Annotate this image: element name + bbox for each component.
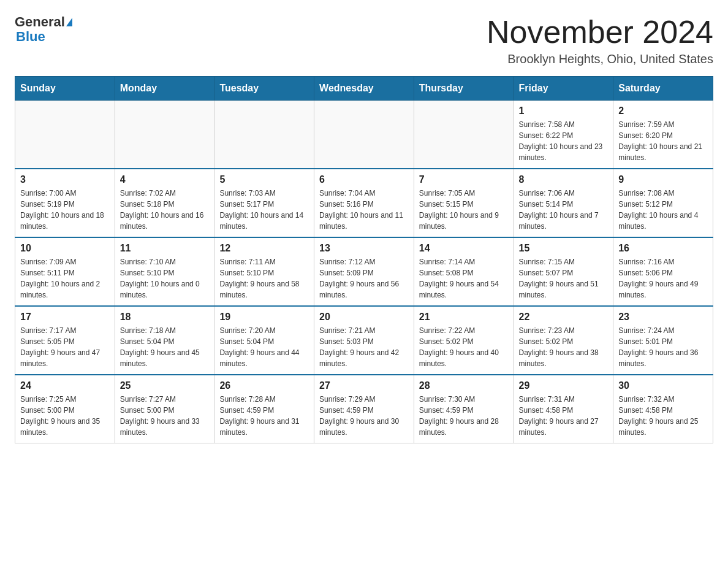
calendar-week-row: 17Sunrise: 7:17 AM Sunset: 5:05 PM Dayli… xyxy=(15,306,713,375)
day-info: Sunrise: 7:21 AM Sunset: 5:03 PM Dayligh… xyxy=(319,325,409,369)
day-info: Sunrise: 7:00 AM Sunset: 5:19 PM Dayligh… xyxy=(20,188,110,232)
calendar-cell: 1Sunrise: 7:58 AM Sunset: 6:22 PM Daylig… xyxy=(514,101,613,169)
day-info: Sunrise: 7:29 AM Sunset: 4:59 PM Dayligh… xyxy=(319,394,409,438)
day-info: Sunrise: 7:08 AM Sunset: 5:12 PM Dayligh… xyxy=(618,188,708,232)
day-number: 3 xyxy=(20,174,110,185)
calendar-cell: 9Sunrise: 7:08 AM Sunset: 5:12 PM Daylig… xyxy=(613,169,713,237)
day-info: Sunrise: 7:05 AM Sunset: 5:15 PM Dayligh… xyxy=(419,188,509,232)
calendar-cell: 24Sunrise: 7:25 AM Sunset: 5:00 PM Dayli… xyxy=(15,375,115,443)
calendar-cell: 19Sunrise: 7:20 AM Sunset: 5:04 PM Dayli… xyxy=(214,306,314,375)
calendar-cell: 20Sunrise: 7:21 AM Sunset: 5:03 PM Dayli… xyxy=(314,306,414,375)
day-number: 9 xyxy=(618,174,708,185)
day-number: 2 xyxy=(618,105,708,117)
day-info: Sunrise: 7:27 AM Sunset: 5:00 PM Dayligh… xyxy=(120,394,210,438)
calendar-week-row: 3Sunrise: 7:00 AM Sunset: 5:19 PM Daylig… xyxy=(15,169,713,237)
day-info: Sunrise: 7:14 AM Sunset: 5:08 PM Dayligh… xyxy=(419,256,509,301)
day-info: Sunrise: 7:22 AM Sunset: 5:02 PM Dayligh… xyxy=(419,325,509,369)
day-info: Sunrise: 7:31 AM Sunset: 4:58 PM Dayligh… xyxy=(519,394,609,438)
day-number: 1 xyxy=(519,105,609,117)
calendar-cell: 8Sunrise: 7:06 AM Sunset: 5:14 PM Daylig… xyxy=(514,169,613,237)
day-number: 17 xyxy=(20,312,110,323)
day-info: Sunrise: 7:59 AM Sunset: 6:20 PM Dayligh… xyxy=(618,119,708,163)
calendar-cell: 2Sunrise: 7:59 AM Sunset: 6:20 PM Daylig… xyxy=(613,101,713,169)
day-number: 11 xyxy=(120,243,210,254)
day-number: 30 xyxy=(618,380,708,391)
day-info: Sunrise: 7:10 AM Sunset: 5:10 PM Dayligh… xyxy=(120,256,210,301)
page-header: General Blue November 2024 Brooklyn Heig… xyxy=(15,15,713,66)
calendar-cell xyxy=(115,101,214,169)
calendar-cell xyxy=(414,101,514,169)
logo-blue: Blue xyxy=(16,29,45,44)
calendar-cell: 23Sunrise: 7:24 AM Sunset: 5:01 PM Dayli… xyxy=(613,306,713,375)
calendar-cell: 13Sunrise: 7:12 AM Sunset: 5:09 PM Dayli… xyxy=(314,237,414,306)
day-info: Sunrise: 7:17 AM Sunset: 5:05 PM Dayligh… xyxy=(20,325,110,369)
day-info: Sunrise: 7:18 AM Sunset: 5:04 PM Dayligh… xyxy=(120,325,210,369)
day-info: Sunrise: 7:25 AM Sunset: 5:00 PM Dayligh… xyxy=(20,394,110,438)
day-info: Sunrise: 7:58 AM Sunset: 6:22 PM Dayligh… xyxy=(519,119,609,163)
calendar-cell: 5Sunrise: 7:03 AM Sunset: 5:17 PM Daylig… xyxy=(214,169,314,237)
calendar-week-row: 24Sunrise: 7:25 AM Sunset: 5:00 PM Dayli… xyxy=(15,375,713,443)
calendar-cell: 14Sunrise: 7:14 AM Sunset: 5:08 PM Dayli… xyxy=(414,237,514,306)
day-info: Sunrise: 7:28 AM Sunset: 4:59 PM Dayligh… xyxy=(219,394,309,438)
day-number: 22 xyxy=(519,312,609,323)
calendar-cell: 29Sunrise: 7:31 AM Sunset: 4:58 PM Dayli… xyxy=(514,375,613,443)
calendar-cell: 16Sunrise: 7:16 AM Sunset: 5:06 PM Dayli… xyxy=(613,237,713,306)
calendar-cell: 21Sunrise: 7:22 AM Sunset: 5:02 PM Dayli… xyxy=(414,306,514,375)
day-number: 6 xyxy=(319,174,409,185)
day-number: 25 xyxy=(120,380,210,391)
day-info: Sunrise: 7:30 AM Sunset: 4:59 PM Dayligh… xyxy=(419,394,509,438)
day-number: 14 xyxy=(419,243,509,254)
day-info: Sunrise: 7:32 AM Sunset: 4:58 PM Dayligh… xyxy=(618,394,708,438)
month-title: November 2024 xyxy=(487,15,713,50)
location-title: Brooklyn Heights, Ohio, United States xyxy=(487,52,713,66)
day-number: 16 xyxy=(618,243,708,254)
day-info: Sunrise: 7:09 AM Sunset: 5:11 PM Dayligh… xyxy=(20,256,110,301)
day-number: 13 xyxy=(319,243,409,254)
day-number: 5 xyxy=(219,174,309,185)
calendar-cell: 18Sunrise: 7:18 AM Sunset: 5:04 PM Dayli… xyxy=(115,306,214,375)
weekday-header-row: SundayMondayTuesdayWednesdayThursdayFrid… xyxy=(15,77,713,101)
day-number: 21 xyxy=(419,312,509,323)
calendar-cell: 22Sunrise: 7:23 AM Sunset: 5:02 PM Dayli… xyxy=(514,306,613,375)
calendar-cell: 28Sunrise: 7:30 AM Sunset: 4:59 PM Dayli… xyxy=(414,375,514,443)
calendar-cell: 25Sunrise: 7:27 AM Sunset: 5:00 PM Dayli… xyxy=(115,375,214,443)
day-number: 8 xyxy=(519,174,609,185)
calendar-cell: 26Sunrise: 7:28 AM Sunset: 4:59 PM Dayli… xyxy=(214,375,314,443)
day-info: Sunrise: 7:24 AM Sunset: 5:01 PM Dayligh… xyxy=(618,325,708,369)
calendar-cell xyxy=(314,101,414,169)
logo-general: General xyxy=(15,15,65,29)
calendar-cell: 10Sunrise: 7:09 AM Sunset: 5:11 PM Dayli… xyxy=(15,237,115,306)
weekday-header-tuesday: Tuesday xyxy=(214,77,314,101)
calendar-cell: 3Sunrise: 7:00 AM Sunset: 5:19 PM Daylig… xyxy=(15,169,115,237)
calendar-cell: 27Sunrise: 7:29 AM Sunset: 4:59 PM Dayli… xyxy=(314,375,414,443)
day-info: Sunrise: 7:02 AM Sunset: 5:18 PM Dayligh… xyxy=(120,188,210,232)
day-info: Sunrise: 7:04 AM Sunset: 5:16 PM Dayligh… xyxy=(319,188,409,232)
day-number: 24 xyxy=(20,380,110,391)
calendar-week-row: 10Sunrise: 7:09 AM Sunset: 5:11 PM Dayli… xyxy=(15,237,713,306)
day-info: Sunrise: 7:23 AM Sunset: 5:02 PM Dayligh… xyxy=(519,325,609,369)
calendar-cell: 17Sunrise: 7:17 AM Sunset: 5:05 PM Dayli… xyxy=(15,306,115,375)
logo: General Blue xyxy=(15,15,72,44)
calendar-cell xyxy=(214,101,314,169)
weekday-header-friday: Friday xyxy=(514,77,613,101)
calendar-cell: 30Sunrise: 7:32 AM Sunset: 4:58 PM Dayli… xyxy=(613,375,713,443)
day-number: 19 xyxy=(219,312,309,323)
day-number: 27 xyxy=(319,380,409,391)
day-number: 26 xyxy=(219,380,309,391)
day-number: 29 xyxy=(519,380,609,391)
logo-triangle-icon xyxy=(66,18,72,26)
calendar-cell: 15Sunrise: 7:15 AM Sunset: 5:07 PM Dayli… xyxy=(514,237,613,306)
calendar-cell: 4Sunrise: 7:02 AM Sunset: 5:18 PM Daylig… xyxy=(115,169,214,237)
day-number: 28 xyxy=(419,380,509,391)
calendar-cell: 12Sunrise: 7:11 AM Sunset: 5:10 PM Dayli… xyxy=(214,237,314,306)
day-info: Sunrise: 7:15 AM Sunset: 5:07 PM Dayligh… xyxy=(519,256,609,301)
day-number: 7 xyxy=(419,174,509,185)
day-number: 12 xyxy=(219,243,309,254)
day-info: Sunrise: 7:03 AM Sunset: 5:17 PM Dayligh… xyxy=(219,188,309,232)
day-info: Sunrise: 7:06 AM Sunset: 5:14 PM Dayligh… xyxy=(519,188,609,232)
calendar-cell: 7Sunrise: 7:05 AM Sunset: 5:15 PM Daylig… xyxy=(414,169,514,237)
weekday-header-wednesday: Wednesday xyxy=(314,77,414,101)
day-number: 4 xyxy=(120,174,210,185)
weekday-header-monday: Monday xyxy=(115,77,214,101)
calendar-cell xyxy=(15,101,115,169)
